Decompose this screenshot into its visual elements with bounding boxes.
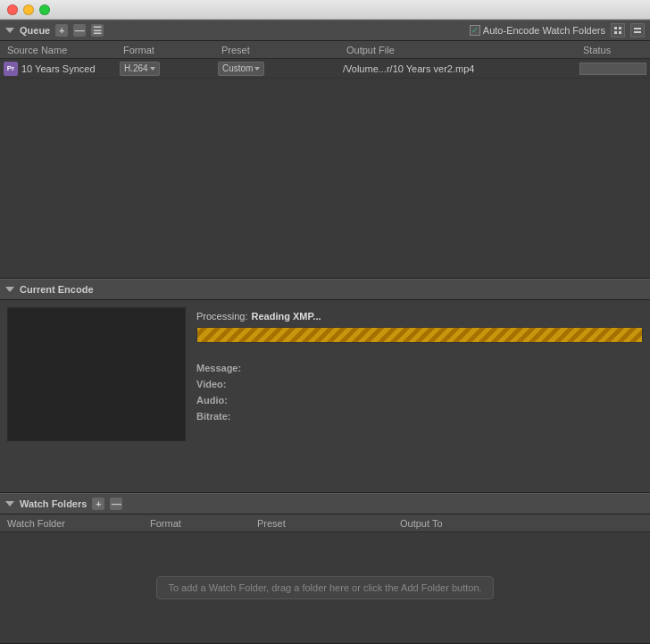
col-header-preset: Preset bbox=[218, 45, 343, 55]
queue-header: Queue + — ☰ ✓ Auto-Encode Watch Folders bbox=[0, 20, 650, 41]
watch-empty-area: To add a Watch Folder, drag a folder her… bbox=[0, 532, 650, 643]
encode-info: Processing: Reading XMP... Message: Vide… bbox=[196, 307, 643, 441]
bitrate-row: Bitrate: bbox=[196, 411, 643, 422]
message-row: Message: bbox=[196, 363, 643, 373]
col-header-status: Status bbox=[579, 45, 646, 55]
current-encode-panel: Current Encode Processing: Reading XMP..… bbox=[0, 279, 650, 493]
output-path-text: /Volume...r/10 Years ver2.mp4 bbox=[343, 63, 474, 74]
video-preview bbox=[7, 307, 186, 441]
preset-dropdown[interactable]: Custom bbox=[218, 62, 264, 76]
queue-add-button[interactable]: + bbox=[55, 24, 68, 37]
queue-collapse-icon[interactable] bbox=[5, 28, 14, 33]
progress-bar-fill bbox=[197, 328, 642, 342]
format-dropdown-arrow bbox=[150, 67, 155, 71]
current-encode-title: Current Encode bbox=[20, 284, 94, 295]
status-cell bbox=[579, 63, 646, 75]
queue-remove-button[interactable]: — bbox=[73, 24, 86, 37]
message-label: Message: bbox=[196, 363, 250, 373]
pr-icon: Pr bbox=[4, 62, 18, 76]
watch-collapse-icon[interactable] bbox=[5, 501, 14, 506]
auto-encode-label: Auto-Encode Watch Folders bbox=[483, 25, 605, 36]
svg-rect-5 bbox=[634, 31, 641, 33]
processing-value: Reading XMP... bbox=[251, 311, 321, 322]
processing-row: Processing: Reading XMP... bbox=[196, 311, 643, 322]
video-row: Video: bbox=[196, 379, 643, 389]
col-header-output: Output File bbox=[343, 45, 579, 55]
col-header-format: Format bbox=[120, 45, 218, 55]
audio-label: Audio: bbox=[196, 395, 250, 406]
watch-folders-title: Watch Folders bbox=[20, 498, 87, 509]
format-cell: H.264 bbox=[120, 62, 218, 76]
video-label: Video: bbox=[196, 379, 250, 389]
queue-view-button2[interactable] bbox=[630, 23, 645, 38]
col-header-source: Source Name bbox=[4, 45, 120, 55]
processing-label: Processing: bbox=[196, 311, 247, 322]
bitrate-label: Bitrate: bbox=[196, 411, 250, 422]
auto-encode-checkbox-label[interactable]: ✓ Auto-Encode Watch Folders bbox=[470, 25, 605, 36]
svg-rect-4 bbox=[634, 28, 641, 29]
format-value: H.264 bbox=[124, 63, 148, 73]
minimize-button[interactable] bbox=[23, 4, 34, 15]
format-dropdown[interactable]: H.264 bbox=[120, 62, 160, 76]
encode-details: Message: Video: Audio: Bitrate: bbox=[196, 363, 643, 422]
auto-encode-area: ✓ Auto-Encode Watch Folders bbox=[470, 23, 645, 38]
watch-remove-button[interactable]: — bbox=[110, 498, 122, 510]
col-header-watch-format: Format bbox=[146, 518, 254, 529]
progress-bar-background bbox=[196, 327, 643, 343]
col-header-watch-preset: Preset bbox=[254, 518, 396, 529]
current-encode-header: Current Encode bbox=[0, 279, 650, 300]
watch-hint-text: To add a Watch Folder, drag a folder her… bbox=[156, 576, 493, 599]
queue-view-button1[interactable] bbox=[611, 23, 625, 38]
col-header-watch-folder: Watch Folder bbox=[4, 518, 146, 529]
queue-content: Pr 10 Years Synced H.264 Custom bbox=[0, 59, 650, 278]
preset-value: Custom bbox=[222, 63, 253, 73]
queue-list-button[interactable]: ☰ bbox=[91, 24, 104, 37]
watch-content: To add a Watch Folder, drag a folder her… bbox=[0, 532, 650, 643]
watch-folders-panel: Watch Folders + — Watch Folder Format Pr… bbox=[0, 493, 650, 644]
title-bar bbox=[0, 0, 650, 20]
svg-rect-0 bbox=[614, 27, 617, 29]
encode-collapse-icon[interactable] bbox=[5, 287, 14, 292]
app-container: Queue + — ☰ ✓ Auto-Encode Watch Folders bbox=[0, 20, 650, 644]
preset-dropdown-arrow bbox=[254, 67, 260, 71]
queue-table-header: Source Name Format Preset Output File St… bbox=[0, 41, 650, 59]
auto-encode-checkbox[interactable]: ✓ bbox=[470, 25, 480, 36]
source-name-cell: Pr 10 Years Synced bbox=[4, 62, 120, 76]
output-cell: /Volume...r/10 Years ver2.mp4 bbox=[343, 63, 579, 74]
maximize-button[interactable] bbox=[39, 4, 50, 15]
close-button[interactable] bbox=[7, 4, 18, 15]
preset-cell: Custom bbox=[218, 62, 343, 76]
encode-content: Processing: Reading XMP... Message: Vide… bbox=[0, 300, 650, 448]
source-name-text: 10 Years Synced bbox=[21, 63, 96, 74]
watch-table-header: Watch Folder Format Preset Output To bbox=[0, 514, 650, 532]
status-bar bbox=[579, 63, 646, 75]
col-header-watch-output: Output To bbox=[396, 518, 646, 529]
audio-row: Audio: bbox=[196, 395, 643, 406]
svg-rect-3 bbox=[619, 31, 621, 34]
watch-folders-header: Watch Folders + — bbox=[0, 493, 650, 514]
table-row[interactable]: Pr 10 Years Synced H.264 Custom bbox=[0, 59, 650, 79]
queue-title: Queue bbox=[20, 25, 50, 36]
watch-add-button[interactable]: + bbox=[92, 498, 104, 510]
svg-rect-2 bbox=[614, 31, 617, 34]
queue-panel: Queue + — ☰ ✓ Auto-Encode Watch Folders bbox=[0, 20, 650, 279]
svg-rect-1 bbox=[619, 27, 621, 29]
